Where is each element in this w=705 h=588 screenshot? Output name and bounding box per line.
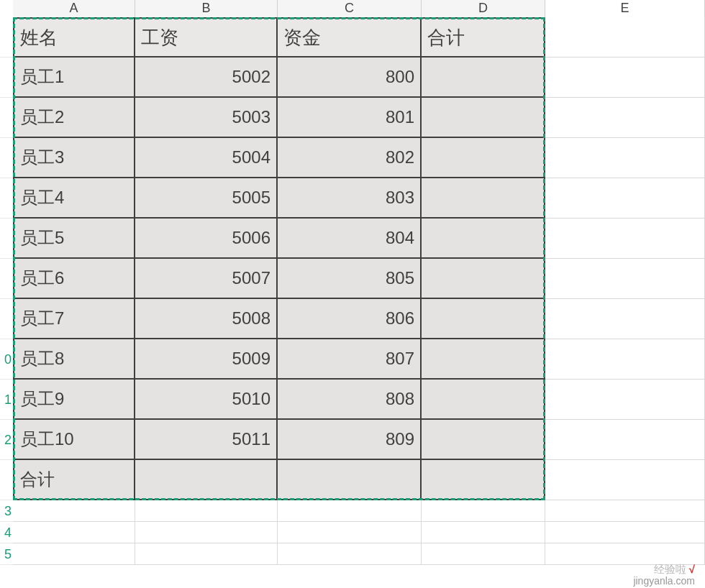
- row-header[interactable]: 5: [0, 543, 13, 565]
- col-header-c[interactable]: C: [278, 0, 422, 17]
- row-header[interactable]: [0, 138, 13, 178]
- cell-bonus[interactable]: 809: [278, 420, 422, 460]
- cell-total[interactable]: [422, 98, 545, 138]
- cell[interactable]: [135, 522, 278, 543]
- cell-name[interactable]: 员工7: [13, 299, 135, 339]
- row-header[interactable]: [0, 178, 13, 219]
- cell-salary[interactable]: 5011: [135, 420, 278, 460]
- cell-total[interactable]: [422, 178, 545, 219]
- cell[interactable]: [278, 543, 422, 565]
- cell-total[interactable]: [422, 138, 545, 178]
- cell-salary[interactable]: 5007: [135, 259, 278, 299]
- cell-name[interactable]: 员工9: [13, 380, 135, 420]
- cell-name[interactable]: 员工3: [13, 138, 135, 178]
- cell-name[interactable]: 员工10: [13, 420, 135, 460]
- cell[interactable]: [545, 259, 705, 299]
- cell[interactable]: [278, 500, 422, 522]
- row-header[interactable]: 1: [0, 380, 13, 420]
- cell-bonus[interactable]: 806: [278, 299, 422, 339]
- header-total[interactable]: 合计: [422, 17, 545, 58]
- cell-total[interactable]: [422, 420, 545, 460]
- col-header-a[interactable]: A: [13, 0, 135, 17]
- cell-salary[interactable]: 5002: [135, 58, 278, 98]
- col-header-e[interactable]: E: [545, 0, 705, 17]
- cell-total[interactable]: [422, 259, 545, 299]
- footer-total[interactable]: [422, 460, 545, 500]
- cell-salary[interactable]: 5005: [135, 178, 278, 219]
- footer-salary[interactable]: [135, 460, 278, 500]
- cell[interactable]: [545, 500, 705, 522]
- cell[interactable]: [13, 522, 135, 543]
- cell-total[interactable]: [422, 380, 545, 420]
- cell[interactable]: [545, 460, 705, 500]
- cell-bonus[interactable]: 804: [278, 219, 422, 259]
- cell-total[interactable]: [422, 339, 545, 380]
- cell[interactable]: [13, 543, 135, 565]
- cell[interactable]: [13, 500, 135, 522]
- cell[interactable]: [545, 380, 705, 420]
- row-header[interactable]: [0, 460, 13, 500]
- cell-name[interactable]: 员工1: [13, 58, 135, 98]
- cell[interactable]: [545, 17, 705, 58]
- cell-salary[interactable]: 5004: [135, 138, 278, 178]
- row-header[interactable]: [0, 17, 13, 58]
- cell-bonus[interactable]: 807: [278, 339, 422, 380]
- cell[interactable]: [545, 58, 705, 98]
- footer-name[interactable]: 合计: [13, 460, 135, 500]
- cell-salary[interactable]: 5003: [135, 98, 278, 138]
- row-header[interactable]: 0: [0, 339, 13, 380]
- cell-total[interactable]: [422, 219, 545, 259]
- table-row: 员工10 5011 809: [13, 420, 705, 460]
- cell[interactable]: [545, 219, 705, 259]
- cell-bonus[interactable]: 805: [278, 259, 422, 299]
- cell[interactable]: [278, 522, 422, 543]
- cell-salary[interactable]: 5008: [135, 299, 278, 339]
- cell-total[interactable]: [422, 299, 545, 339]
- cell-total[interactable]: [422, 58, 545, 98]
- row-header[interactable]: [0, 98, 13, 138]
- table-row: 员工4 5005 803: [13, 178, 705, 219]
- row-header[interactable]: 4: [0, 522, 13, 543]
- cell-name[interactable]: 员工4: [13, 178, 135, 219]
- row-header[interactable]: [0, 259, 13, 299]
- cell-salary[interactable]: 5009: [135, 339, 278, 380]
- cell-salary[interactable]: 5006: [135, 219, 278, 259]
- footer-bonus[interactable]: [278, 460, 422, 500]
- cell[interactable]: [545, 543, 705, 565]
- row-header[interactable]: 3: [0, 500, 13, 522]
- cell-salary[interactable]: 5010: [135, 380, 278, 420]
- cell[interactable]: [135, 500, 278, 522]
- cell-bonus[interactable]: 808: [278, 380, 422, 420]
- cell-name[interactable]: 员工8: [13, 339, 135, 380]
- cell[interactable]: [545, 138, 705, 178]
- cell-name[interactable]: 员工6: [13, 259, 135, 299]
- row-header[interactable]: [0, 299, 13, 339]
- table-row: 员工9 5010 808: [13, 380, 705, 420]
- watermark-url: jingyanla.com: [633, 575, 695, 587]
- cell[interactable]: [545, 339, 705, 380]
- row-header[interactable]: 2: [0, 420, 13, 460]
- cell[interactable]: [422, 522, 545, 543]
- cell-name[interactable]: 员工5: [13, 219, 135, 259]
- cell[interactable]: [545, 420, 705, 460]
- header-salary[interactable]: 工资: [135, 17, 278, 58]
- cell[interactable]: [545, 98, 705, 138]
- header-name[interactable]: 姓名: [13, 17, 135, 58]
- cell-bonus[interactable]: 803: [278, 178, 422, 219]
- cell-bonus[interactable]: 800: [278, 58, 422, 98]
- cell-name[interactable]: 员工2: [13, 98, 135, 138]
- col-header-b[interactable]: B: [135, 0, 278, 17]
- cell-bonus[interactable]: 801: [278, 98, 422, 138]
- cell[interactable]: [545, 522, 705, 543]
- cell[interactable]: [422, 500, 545, 522]
- col-header-d[interactable]: D: [422, 0, 545, 17]
- header-bonus[interactable]: 资金: [278, 17, 422, 58]
- cell[interactable]: [545, 178, 705, 219]
- cell[interactable]: [545, 299, 705, 339]
- cell-bonus[interactable]: 802: [278, 138, 422, 178]
- cell[interactable]: [135, 543, 278, 565]
- cell[interactable]: [422, 543, 545, 565]
- table-footer-row: 合计: [13, 460, 705, 500]
- row-header[interactable]: [0, 219, 13, 259]
- row-header[interactable]: [0, 58, 13, 98]
